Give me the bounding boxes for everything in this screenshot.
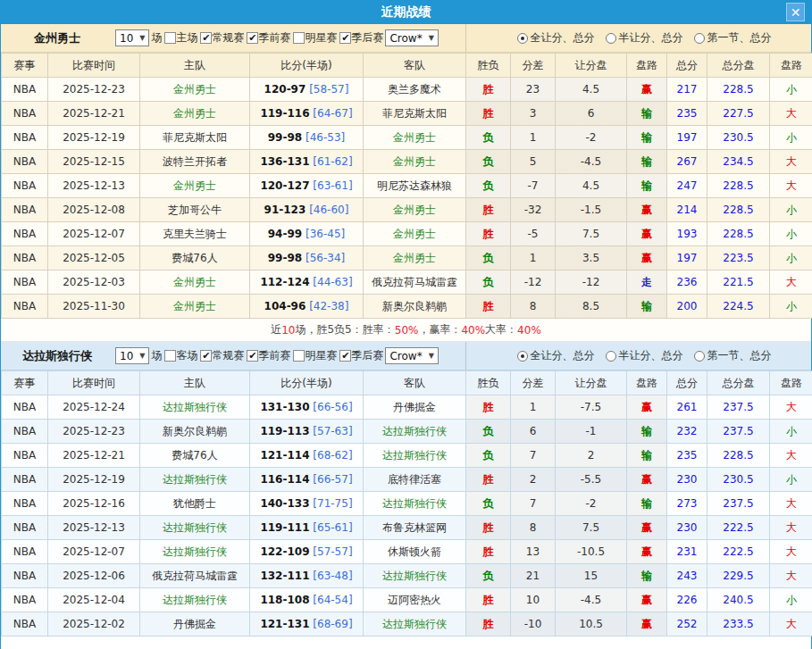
- cell-date: 2025-12-07: [48, 222, 140, 246]
- cell-handicap-line: -7.5: [556, 395, 627, 420]
- window-title: 近期战绩: [381, 4, 431, 21]
- cell-handicap-line: -10.5: [556, 540, 627, 564]
- column-header: 主队: [140, 54, 250, 78]
- cell-handicap-line: -12: [556, 270, 627, 295]
- cell-point-diff: 1: [511, 126, 556, 150]
- radio-全让分、总分[interactable]: [517, 33, 528, 44]
- column-header: 胜负: [466, 371, 511, 395]
- game-row: NBA2025-11-30金州勇士104-96 [42-38]新奥尔良鹈鹕胜88…: [2, 295, 812, 319]
- cell-score: 120-127 [63-61]: [250, 174, 364, 198]
- checkbox-季前赛[interactable]: ✔: [247, 350, 258, 362]
- cell-away-team: 丹佛掘金: [364, 395, 466, 420]
- game-row: NBA2025-12-04达拉斯独行侠118-108 [64-54]迈阿密热火胜…: [2, 588, 812, 612]
- cell-score: 119-116 [64-67]: [250, 102, 364, 126]
- half-score: [46-60]: [309, 204, 348, 216]
- cell-home-team: 丹佛掘金: [140, 612, 250, 637]
- cell-handicap-result: 赢: [627, 246, 667, 270]
- checkbox-客场[interactable]: [164, 350, 176, 362]
- checkbox-常规赛[interactable]: ✔: [200, 350, 212, 362]
- mode-select[interactable]: Crow*▼: [385, 347, 438, 364]
- cell-handicap-result: 输: [627, 564, 667, 588]
- checkbox-主场[interactable]: [164, 32, 176, 44]
- checkbox-季前赛[interactable]: ✔: [247, 32, 258, 44]
- cell-over-under: 小: [770, 420, 812, 444]
- cell-win-loss: 胜: [466, 588, 511, 612]
- cell-date: 2025-12-13: [48, 174, 140, 198]
- stat-mode-radios: 全让分、总分半让分、总分第一节、总分: [465, 342, 811, 370]
- game-row: NBA2025-12-23金州勇士120-97 [58-57]奥兰多魔术胜234…: [2, 78, 812, 102]
- cell-home-team: 达拉斯独行侠: [140, 588, 250, 612]
- checkbox-label: 明星赛: [305, 348, 337, 363]
- cell-win-loss: 负: [466, 150, 511, 174]
- column-header: 盘路: [770, 371, 812, 395]
- cell-date: 2025-12-03: [48, 270, 140, 295]
- half-score: [68-62]: [313, 449, 352, 462]
- radio-全让分、总分[interactable]: [517, 351, 528, 362]
- cell-over-under: 小: [770, 246, 812, 270]
- checkbox-明星赛[interactable]: [293, 32, 305, 44]
- cell-handicap-result: 输: [627, 126, 667, 150]
- game-row: NBA2025-12-19达拉斯独行侠116-114 [66-57]底特律活塞胜…: [2, 468, 812, 492]
- column-header: 比分(半场): [250, 54, 364, 78]
- checkbox-明星赛[interactable]: [293, 350, 305, 362]
- cell-handicap-result: 赢: [627, 516, 667, 540]
- column-header: 总分: [667, 371, 707, 395]
- mode-select-value: Crow*: [389, 350, 422, 362]
- titlebar: 近期战绩 ✕: [1, 0, 811, 24]
- cell-score: 91-123 [46-60]: [250, 198, 364, 222]
- cell-over-under: 大: [770, 492, 812, 516]
- cell-point-diff: 13: [511, 540, 556, 564]
- cell-handicap-result: 输: [627, 295, 667, 319]
- full-score: 119-113: [260, 425, 309, 437]
- mode-select[interactable]: Crow*▼: [385, 29, 438, 46]
- cell-home-team: 达拉斯独行侠: [140, 468, 250, 492]
- cell-point-diff: -5: [511, 222, 556, 246]
- cell-score: 112-124 [44-63]: [250, 270, 364, 295]
- checkbox-label: 季前赛: [258, 348, 290, 363]
- cell-handicap-line: 4.5: [556, 174, 627, 198]
- cell-total-points: 214: [667, 198, 707, 222]
- cell-away-team: 俄克拉荷马城雷霆: [364, 270, 466, 295]
- cell-point-diff: 7: [511, 492, 556, 516]
- radio-半让分、总分[interactable]: [606, 33, 616, 44]
- games-count-select[interactable]: 10▼: [115, 29, 149, 46]
- radio-半让分、总分[interactable]: [606, 351, 616, 362]
- cell-league: NBA: [2, 295, 48, 319]
- cell-over-under: 大: [770, 150, 812, 174]
- cell-point-diff: 8: [511, 516, 556, 540]
- filter-controls: 金州勇士10▼场主场✔常规赛✔季前赛明星赛✔季后赛Crow*▼: [1, 24, 465, 52]
- full-score: 121-131: [260, 618, 309, 630]
- cell-total-points: 273: [667, 492, 707, 516]
- column-header: 让分盘: [556, 54, 627, 78]
- half-score: [71-75]: [313, 497, 352, 510]
- cell-league: NBA: [2, 126, 48, 150]
- checkbox-季后赛[interactable]: ✔: [339, 32, 351, 44]
- team-name: 达拉斯独行侠: [1, 348, 113, 364]
- checkbox-常规赛[interactable]: ✔: [200, 32, 212, 44]
- full-score: 91-123: [264, 204, 306, 216]
- cell-home-team: 达拉斯独行侠: [140, 395, 250, 420]
- radio-第一节、总分[interactable]: [694, 33, 705, 44]
- cell-home-team: 菲尼克斯太阳: [140, 126, 250, 150]
- checkbox-label: 主场: [176, 30, 197, 46]
- cell-win-loss: 负: [466, 564, 511, 588]
- cell-handicap-line: 6: [556, 102, 627, 126]
- filter-bar-0: 金州勇士10▼场主场✔常规赛✔季前赛明星赛✔季后赛Crow*▼全让分、总分半让分…: [1, 24, 811, 53]
- full-score: 131-130: [260, 401, 309, 413]
- close-icon[interactable]: ✕: [786, 3, 805, 21]
- half-score: [66-57]: [313, 473, 352, 486]
- stat-mode-radios: 全让分、总分半让分、总分第一节、总分: [465, 24, 811, 52]
- radio-第一节、总分[interactable]: [694, 351, 705, 362]
- cell-score: 131-130 [66-56]: [250, 395, 364, 420]
- cell-away-team: 金州勇士: [364, 222, 466, 246]
- cell-league: NBA: [2, 420, 48, 444]
- checkbox-季后赛[interactable]: ✔: [339, 350, 351, 362]
- cell-away-team: 明尼苏达森林狼: [364, 174, 466, 198]
- cell-score: 99-98 [46-53]: [250, 126, 364, 150]
- cell-league: NBA: [2, 150, 48, 174]
- cell-league: NBA: [2, 492, 48, 516]
- cell-point-diff: 10: [511, 588, 556, 612]
- column-header: 胜负: [466, 54, 511, 78]
- column-header: 赛事: [2, 54, 48, 78]
- games-count-select[interactable]: 10▼: [115, 347, 149, 364]
